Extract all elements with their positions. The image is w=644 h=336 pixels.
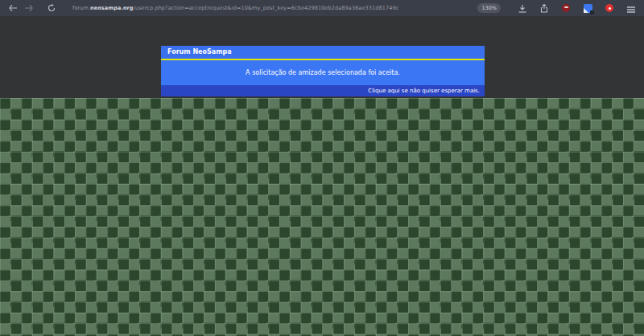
skip-redirect-link[interactable]: Clique aqui se não quiser esperar mais. (368, 88, 480, 94)
share-button[interactable] (538, 2, 551, 14)
zoom-level-badge[interactable]: 130% (477, 3, 501, 13)
browser-window: forum.neosampa.org/usercp.php?action=acc… (0, 0, 644, 336)
address-bar[interactable]: forum.neosampa.org/usercp.php?action=acc… (72, 5, 471, 11)
download-icon (518, 1, 526, 16)
dialog-footer: Clique aqui se não quiser esperar mais. (161, 85, 485, 96)
dialog-message: A solicitação de amizade selecionada foi… (161, 60, 485, 85)
extension-red-icon (562, 4, 570, 12)
url-prefix: forum. (72, 5, 90, 11)
extension-blue-icon (584, 4, 592, 13)
back-icon (9, 5, 17, 11)
back-button[interactable] (6, 2, 19, 14)
dialog-title: Forum NeoSampa (161, 46, 485, 60)
share-icon (540, 1, 548, 16)
forward-icon (25, 5, 33, 11)
extension-button-1[interactable] (559, 2, 572, 14)
reload-button[interactable] (45, 2, 58, 14)
extension-red2-icon (605, 4, 613, 12)
browser-toolbar: forum.neosampa.org/usercp.php?action=acc… (0, 0, 644, 16)
download-button[interactable] (516, 2, 529, 14)
url-host: neosampa.org (90, 5, 134, 11)
checkerboard-background (0, 98, 644, 336)
extension-button-3[interactable] (603, 2, 616, 14)
reload-icon (47, 4, 56, 12)
hamburger-menu-icon (627, 1, 635, 16)
extension-badge (590, 10, 594, 14)
url-path: /usercp.php?action=acceptrequest&id=10&m… (134, 5, 399, 11)
forward-button[interactable] (23, 2, 35, 14)
redirect-dialog: Forum NeoSampa A solicitação de amizade … (161, 46, 485, 96)
page-content: Forum NeoSampa A solicitação de amizade … (0, 16, 644, 336)
extension-button-2[interactable] (581, 2, 594, 14)
menu-button[interactable] (625, 2, 638, 14)
